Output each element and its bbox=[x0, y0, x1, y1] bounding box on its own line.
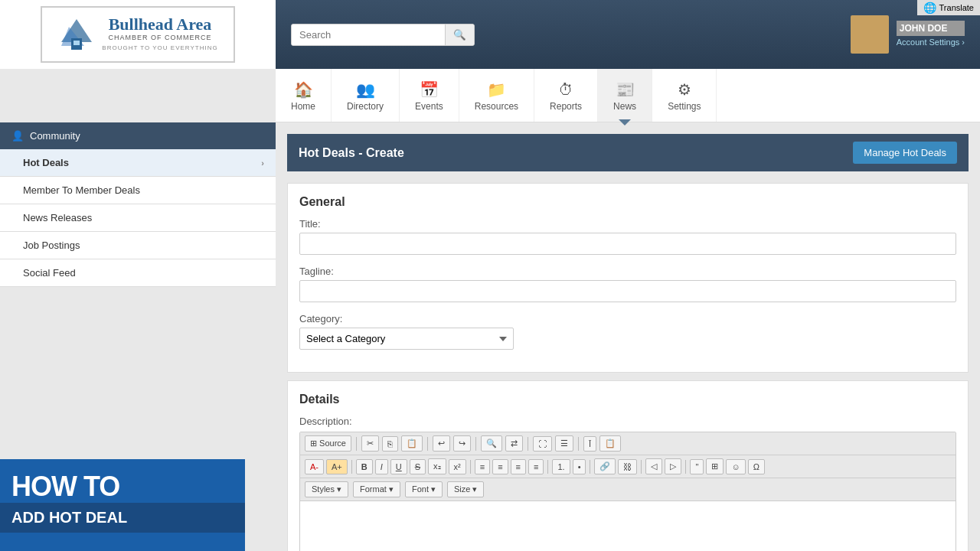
editor-toolbar-dropdowns: Styles ▾ Format ▾ Font ▾ Size ▾ bbox=[300, 478, 956, 501]
nav-directory[interactable]: 👥 Directory bbox=[332, 69, 400, 122]
editor-styles-dropdown[interactable]: Styles ▾ bbox=[305, 481, 348, 497]
editor-remove-format-btn[interactable]: Ī bbox=[583, 436, 596, 452]
editor-align-center-btn[interactable]: ≡ bbox=[492, 459, 508, 474]
editor-underline-btn[interactable]: U bbox=[390, 459, 407, 474]
logo-title: Bullhead Area bbox=[102, 16, 217, 33]
details-section-title: Details bbox=[299, 393, 956, 406]
nav-home[interactable]: 🏠 Home bbox=[276, 69, 332, 122]
promo-line2: ADD HOT DEAL bbox=[11, 509, 234, 527]
category-label: Category: bbox=[299, 313, 956, 324]
search-input[interactable] bbox=[292, 24, 445, 45]
editor-format-dropdown[interactable]: Format ▾ bbox=[353, 481, 400, 497]
nav-bar: 🏠 Home 👥 Directory 📅 Events 📁 Resources … bbox=[276, 69, 980, 122]
editor-select-all-btn[interactable]: ☰ bbox=[555, 435, 573, 452]
reports-icon: ⏱ bbox=[558, 81, 573, 99]
editor-align-right-btn[interactable]: ≡ bbox=[511, 459, 526, 474]
sidebar-job-postings-label: Job Postings bbox=[23, 240, 80, 251]
logo-icon bbox=[57, 15, 96, 54]
editor-blockquote-btn[interactable]: " bbox=[690, 459, 704, 474]
svg-rect-3 bbox=[74, 41, 80, 45]
editor-undo-btn[interactable]: ↩ bbox=[433, 435, 450, 452]
sidebar-item-hot-deals[interactable]: Hot Deals › bbox=[0, 149, 276, 177]
sidebar-hot-deals-label: Hot Deals bbox=[23, 157, 69, 168]
editor-strike-btn[interactable]: S bbox=[410, 459, 426, 474]
editor-wrap: ⊞ Source ✂ ⎘ 📋 ↩ ↪ 🔍 ⇄ ⛶ ☰ Ī 📋 A- bbox=[299, 432, 956, 551]
promo-banner: HOW TO ADD HOT DEAL bbox=[0, 459, 245, 551]
editor-maximize-btn[interactable]: ⛶ bbox=[533, 436, 552, 452]
sidebar-item-job-postings[interactable]: Job Postings bbox=[0, 232, 276, 259]
sidebar-item-social-feed[interactable]: Social Feed bbox=[0, 259, 276, 287]
editor-unlink-btn[interactable]: ⛓ bbox=[618, 459, 637, 474]
toolbar-sep-9 bbox=[590, 460, 590, 474]
sidebar-social-feed-label: Social Feed bbox=[23, 267, 76, 279]
editor-italic-btn[interactable]: I bbox=[375, 459, 388, 474]
toolbar-sep-6 bbox=[351, 460, 352, 474]
toolbar-separator-3 bbox=[475, 437, 476, 451]
sidebar-item-news-releases[interactable]: News Releases bbox=[0, 204, 276, 232]
toolbar-separator-4 bbox=[528, 437, 528, 451]
editor-align-justify-btn[interactable]: ≡ bbox=[528, 459, 544, 474]
toolbar-separator-2 bbox=[427, 437, 428, 451]
editor-special-char-btn[interactable]: Ω bbox=[748, 459, 765, 474]
editor-paste-btn[interactable]: 📋 bbox=[401, 435, 423, 452]
directory-icon: 👥 bbox=[356, 80, 375, 99]
category-select[interactable]: Select a Category Option 1 Option 2 bbox=[299, 328, 514, 350]
logo-box: Bullhead Area CHAMBER OF COMMERCEBrought… bbox=[41, 6, 234, 63]
category-group: Category: Select a Category Option 1 Opt… bbox=[299, 313, 956, 350]
search-button[interactable]: 🔍 bbox=[445, 24, 474, 45]
editor-redo-btn[interactable]: ↪ bbox=[453, 435, 471, 452]
title-input[interactable] bbox=[299, 233, 956, 255]
nav-news[interactable]: 📰 News bbox=[598, 69, 652, 122]
editor-color-btn[interactable]: A- bbox=[305, 459, 324, 474]
sidebar-community-label: Community bbox=[30, 130, 80, 142]
editor-smiley-btn[interactable]: ☺ bbox=[726, 459, 745, 474]
editor-copy-btn[interactable]: ⎘ bbox=[382, 436, 398, 452]
toolbar-sep-8 bbox=[547, 460, 548, 474]
editor-paste-special-btn[interactable]: 📋 bbox=[599, 435, 621, 452]
general-section-title: General bbox=[299, 195, 956, 209]
nav-news-label: News bbox=[613, 101, 636, 112]
search-input-wrap[interactable]: 🔍 bbox=[291, 24, 475, 46]
editor-size-dropdown[interactable]: Size ▾ bbox=[447, 481, 484, 497]
editor-toolbar-mid: A- A+ B I U S x₂ x² ≡ ≡ ≡ ≡ 1. • 🔗 ⛓ bbox=[300, 455, 956, 478]
nav-settings[interactable]: ⚙ Settings bbox=[652, 69, 717, 122]
manage-hot-deals-button[interactable]: Manage Hot Deals bbox=[853, 142, 957, 164]
user-account-link[interactable]: Account Settings › bbox=[897, 36, 965, 49]
nav-reports-label: Reports bbox=[550, 101, 582, 112]
toolbar-separator-5 bbox=[578, 437, 579, 451]
sidebar-news-releases-label: News Releases bbox=[23, 212, 92, 223]
tagline-input[interactable] bbox=[299, 280, 956, 302]
editor-bold-btn[interactable]: B bbox=[356, 459, 373, 474]
nav-events[interactable]: 📅 Events bbox=[400, 69, 459, 122]
sidebar-item-member-deals[interactable]: Member To Member Deals bbox=[0, 177, 276, 204]
editor-indent-right-btn[interactable]: ▷ bbox=[665, 458, 681, 474]
editor-ordered-list-btn[interactable]: 1. bbox=[552, 459, 570, 474]
translate-bar[interactable]: 🌐 Translate bbox=[917, 0, 980, 15]
main-content: Hot Deals - Create Manage Hot Deals Gene… bbox=[276, 122, 980, 551]
editor-link-btn[interactable]: 🔗 bbox=[594, 458, 616, 474]
editor-replace-btn[interactable]: ⇄ bbox=[505, 435, 523, 452]
editor-indent-left-btn[interactable]: ◁ bbox=[645, 458, 662, 474]
editor-table-btn[interactable]: ⊞ bbox=[706, 458, 724, 474]
editor-body[interactable] bbox=[300, 501, 956, 551]
editor-source-btn[interactable]: ⊞ Source bbox=[305, 435, 351, 452]
details-section: Details Description: ⊞ Source ✂ ⎘ 📋 ↩ ↪ … bbox=[287, 380, 969, 551]
nav-settings-label: Settings bbox=[668, 101, 701, 112]
editor-bgcolor-btn[interactable]: A+ bbox=[326, 459, 348, 474]
translate-label: Translate bbox=[939, 3, 974, 12]
editor-toolbar-top: ⊞ Source ✂ ⎘ 📋 ↩ ↪ 🔍 ⇄ ⛶ ☰ Ī 📋 bbox=[300, 432, 956, 455]
nav-reports[interactable]: ⏱ Reports bbox=[534, 69, 598, 122]
editor-cut-btn[interactable]: ✂ bbox=[361, 435, 379, 452]
community-icon: 👤 bbox=[11, 130, 24, 142]
top-bar: Bullhead Area CHAMBER OF COMMERCEBrought… bbox=[0, 0, 980, 69]
editor-unordered-list-btn[interactable]: • bbox=[573, 459, 586, 474]
editor-subscript-btn[interactable]: x₂ bbox=[428, 458, 446, 474]
toolbar-separator-1 bbox=[356, 437, 357, 451]
nav-resources-label: Resources bbox=[475, 101, 518, 112]
events-icon: 📅 bbox=[420, 80, 439, 99]
editor-align-left-btn[interactable]: ≡ bbox=[475, 459, 490, 474]
editor-superscript-btn[interactable]: x² bbox=[449, 459, 466, 474]
nav-resources[interactable]: 📁 Resources bbox=[459, 69, 534, 122]
editor-font-dropdown[interactable]: Font ▾ bbox=[405, 481, 443, 497]
editor-find-btn[interactable]: 🔍 bbox=[481, 435, 502, 452]
